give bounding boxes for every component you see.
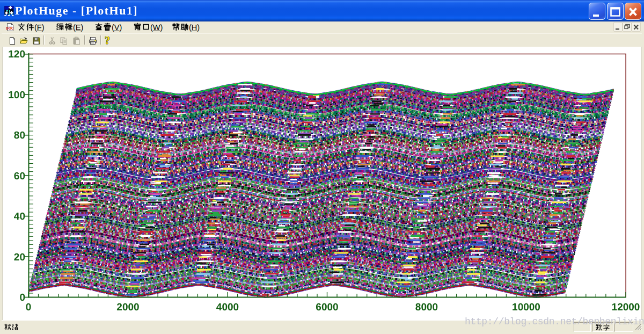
svg-text:?: ? [105, 37, 110, 45]
svg-text:20: 20 [14, 252, 25, 263]
svg-text:120: 120 [8, 49, 25, 60]
svg-text:0: 0 [19, 292, 25, 303]
svg-text:80: 80 [14, 130, 25, 141]
svg-text:60: 60 [14, 171, 25, 182]
svg-text:2000: 2000 [116, 302, 139, 313]
svg-text:10000: 10000 [512, 302, 540, 313]
svg-text:12000: 12000 [612, 302, 640, 313]
svg-text:40: 40 [14, 211, 25, 222]
svg-text:8000: 8000 [415, 302, 438, 313]
svg-text:6000: 6000 [316, 302, 338, 313]
svg-text:100: 100 [8, 90, 25, 101]
svg-text:DOC: DOC [6, 26, 14, 30]
svg-text:4000: 4000 [216, 302, 239, 313]
svg-text:0: 0 [26, 302, 32, 313]
